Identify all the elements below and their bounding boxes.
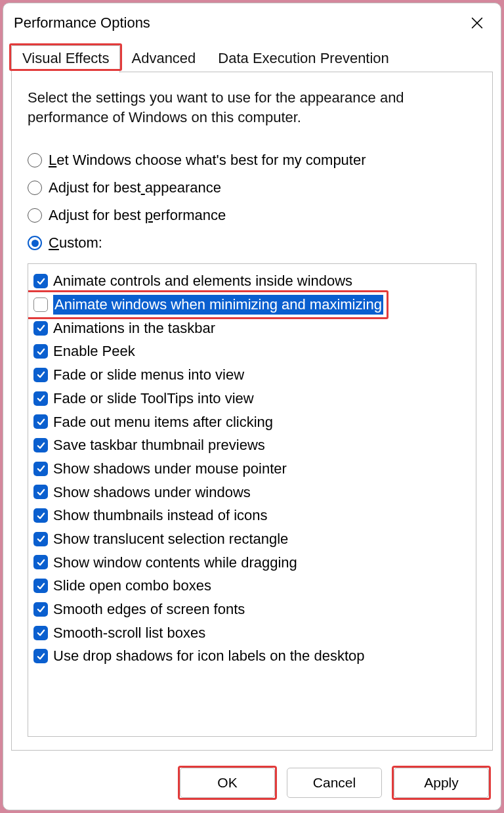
apply-button-label: Apply <box>424 775 459 791</box>
checklist-item[interactable]: Fade or slide menus into view <box>32 363 472 387</box>
checklist-item[interactable]: Fade out menu items after clicking <box>32 410 472 434</box>
radio-label: Let Windows choose what's best for my co… <box>49 152 366 169</box>
checklist-item[interactable]: Save taskbar thumbnail previews <box>32 433 472 457</box>
apply-button[interactable]: Apply <box>394 768 489 798</box>
radio-button[interactable] <box>28 181 42 195</box>
checkbox[interactable] <box>33 462 48 476</box>
checkbox[interactable] <box>33 274 48 288</box>
checklist-item-label: Animate controls and elements inside win… <box>53 271 352 291</box>
checklist-item-label: Show shadows under windows <box>53 483 251 502</box>
tab-visual-effects[interactable]: Visual Effects <box>11 45 120 73</box>
checklist-item[interactable]: Use drop shadows for icon labels on the … <box>32 644 472 668</box>
checklist-item-label: Slide open combo boxes <box>53 576 211 596</box>
ok-button[interactable]: OK <box>180 768 275 798</box>
checkbox[interactable] <box>33 649 48 663</box>
checklist-box: Animate controls and elements inside win… <box>28 263 476 737</box>
radio-option[interactable]: Let Windows choose what's best for my co… <box>28 146 476 174</box>
highlight-box <box>9 43 122 71</box>
radio-option[interactable]: Custom: <box>28 229 476 257</box>
cancel-button[interactable]: Cancel <box>287 768 382 798</box>
checklist-item[interactable]: Show window contents while dragging <box>32 551 472 575</box>
intro-text: Select the settings you want to use for … <box>28 88 476 127</box>
checklist-item-label: Animate windows when minimizing and maxi… <box>53 295 383 315</box>
radio-group: Let Windows choose what's best for my co… <box>28 146 476 257</box>
radio-option[interactable]: Adjust for best performance <box>28 202 476 229</box>
checklist-item[interactable]: Animate controls and elements inside win… <box>32 269 472 293</box>
radio-button[interactable] <box>28 153 42 167</box>
checkbox[interactable] <box>33 414 48 429</box>
tabs-row: Visual EffectsAdvancedData Execution Pre… <box>3 40 501 72</box>
radio-label: Adjust for best performance <box>49 207 226 224</box>
ok-button-label: OK <box>217 775 237 791</box>
checkbox[interactable] <box>33 438 48 452</box>
checkbox[interactable] <box>33 626 48 640</box>
radio-option[interactable]: Adjust for best appearance <box>28 174 476 202</box>
radio-button[interactable] <box>28 208 42 223</box>
tab-content-panel: Select the settings you want to use for … <box>11 72 493 751</box>
checklist-item[interactable]: Animations in the taskbar <box>32 317 472 340</box>
checkbox[interactable] <box>33 485 48 499</box>
checklist-item[interactable]: Smooth-scroll list boxes <box>32 621 472 645</box>
radio-button[interactable] <box>28 236 42 250</box>
checkbox[interactable] <box>33 579 48 593</box>
checklist-item[interactable]: Smooth edges of screen fonts <box>32 598 472 621</box>
checklist-item-label: Show window contents while dragging <box>53 553 297 573</box>
checklist-item[interactable]: Show thumbnails instead of icons <box>32 504 472 527</box>
checkbox[interactable] <box>33 344 48 359</box>
checklist-item-label: Use drop shadows for icon labels on the … <box>53 646 365 666</box>
checklist-item[interactable]: Show translucent selection rectangle <box>32 527 472 551</box>
checkbox[interactable] <box>33 555 48 569</box>
radio-label: Custom: <box>49 234 102 252</box>
checkbox[interactable] <box>33 532 48 546</box>
checkbox[interactable] <box>33 368 48 382</box>
checkbox[interactable] <box>33 321 48 336</box>
checklist-item-label: Fade out menu items after clicking <box>53 412 273 432</box>
checklist-item-label: Show shadows under mouse pointer <box>53 459 287 479</box>
checkbox[interactable] <box>33 602 48 617</box>
checklist-item-label: Show translucent selection rectangle <box>53 529 288 549</box>
checklist-item-label: Animations in the taskbar <box>53 319 215 338</box>
checklist-item-label: Show thumbnails instead of icons <box>53 506 268 525</box>
window-title: Performance Options <box>14 14 150 32</box>
checkbox[interactable] <box>33 508 48 523</box>
checklist-item[interactable]: Enable Peek <box>32 340 472 363</box>
tab-advanced[interactable]: Advanced <box>120 45 207 73</box>
tab-data-execution-prevention[interactable]: Data Execution Prevention <box>207 45 400 73</box>
checklist-item[interactable]: Slide open combo boxes <box>32 574 472 598</box>
checklist-item[interactable]: Fade or slide ToolTips into view <box>32 387 472 410</box>
checklist-item-label: Enable Peek <box>53 341 135 361</box>
close-button[interactable] <box>464 10 490 36</box>
checklist-item[interactable]: Show shadows under mouse pointer <box>32 457 472 481</box>
checkbox[interactable] <box>33 391 48 406</box>
checklist-item-label: Smooth-scroll list boxes <box>53 623 205 643</box>
checklist-item[interactable]: Animate windows when minimizing and maxi… <box>32 293 472 317</box>
radio-label: Adjust for best appearance <box>49 179 221 196</box>
button-row: OK Cancel Apply <box>3 758 501 810</box>
close-icon <box>471 17 483 29</box>
checklist-item-label: Fade or slide ToolTips into view <box>53 389 254 408</box>
performance-options-window: Performance Options Visual EffectsAdvanc… <box>3 3 501 810</box>
checklist-item-label: Smooth edges of screen fonts <box>53 600 245 619</box>
checklist-item-label: Fade or slide menus into view <box>53 365 244 385</box>
checkbox[interactable] <box>33 297 48 312</box>
titlebar: Performance Options <box>3 3 501 40</box>
checklist-item-label: Save taskbar thumbnail previews <box>53 435 265 455</box>
checklist-item[interactable]: Show shadows under windows <box>32 481 472 504</box>
cancel-button-label: Cancel <box>313 775 356 791</box>
